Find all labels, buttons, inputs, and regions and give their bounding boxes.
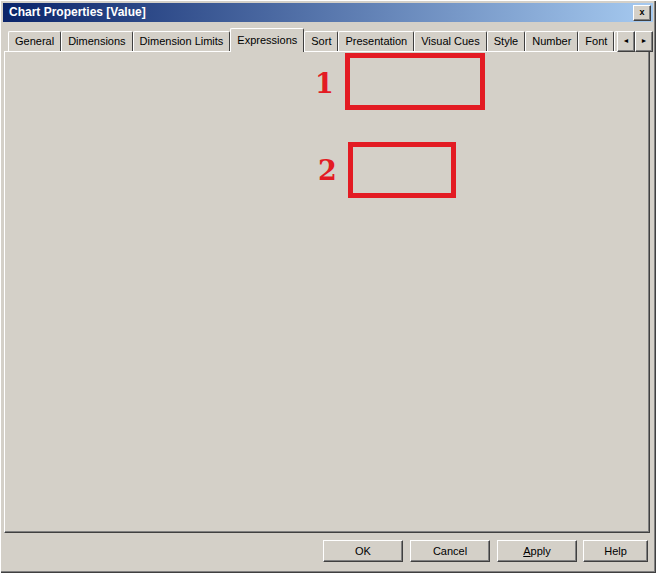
tab-dimension-limits[interactable]: Dimension Limits	[133, 31, 231, 51]
tab-scroll-left-icon[interactable]: ◄	[617, 31, 635, 52]
help-button[interactable]: Help	[583, 540, 648, 562]
tab-style[interactable]: Style	[487, 31, 525, 51]
tab-visual-cues[interactable]: Visual Cues	[414, 31, 487, 51]
tab-strip: General Dimensions Dimension Limits Expr…	[8, 28, 640, 52]
ok-button[interactable]: OK	[323, 540, 403, 562]
annotation-number-1: 1	[315, 68, 334, 99]
apply-button[interactable]: Apply	[497, 540, 577, 562]
dialog-title: Chart Properties [Value]	[9, 5, 146, 19]
tab-font[interactable]: Font	[578, 31, 614, 51]
annotation-number-2: 2	[318, 155, 337, 186]
title-bar[interactable]: Chart Properties [Value]	[3, 3, 653, 22]
tab-scroll-right-icon[interactable]: ►	[635, 31, 653, 52]
close-icon[interactable]: x	[633, 5, 651, 21]
expressions-tab-page	[4, 51, 650, 533]
tab-scroll-arrows: ◄ ►	[617, 31, 653, 52]
tab-presentation[interactable]: Presentation	[338, 31, 414, 51]
annotation-box-1	[345, 53, 485, 110]
cancel-button[interactable]: Cancel	[410, 540, 490, 562]
annotation-box-2	[348, 142, 456, 198]
tab-sort[interactable]: Sort	[304, 31, 338, 51]
chart-properties-dialog: Chart Properties [Value] x General Dimen…	[0, 0, 656, 573]
tab-expressions[interactable]: Expressions	[230, 28, 304, 52]
tab-general[interactable]: General	[8, 31, 61, 51]
tab-number[interactable]: Number	[525, 31, 578, 51]
tab-dimensions[interactable]: Dimensions	[61, 31, 132, 51]
